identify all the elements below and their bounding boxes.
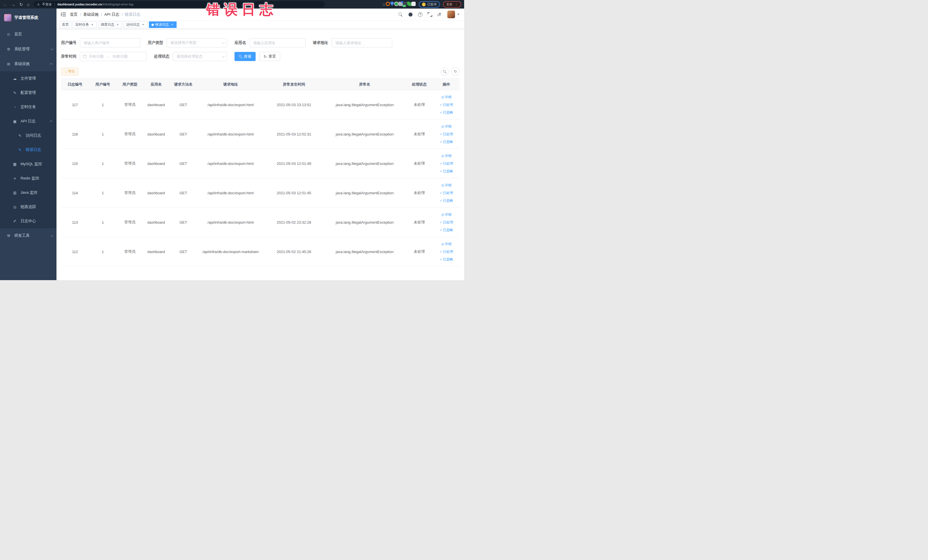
browser-back-button[interactable]: ← [3,2,7,6]
sidebar-collapse-icon[interactable] [61,12,66,16]
font-size-icon[interactable]: T [437,12,443,17]
sidebar-item-access-log[interactable]: ✎ 访问日志 [0,128,56,143]
cell-operations: ◎详细 ✓已处理 ✓已忽略 [433,208,459,237]
cell-exception-name: java.lang.IllegalArgumentException [324,178,405,208]
toggle-search-button[interactable] [441,67,449,76]
mark-ignored-link[interactable]: ✓已忽略 [433,168,459,175]
user-type-select[interactable]: 请选择用户类型 [166,38,227,47]
sidebar-item-trace[interactable]: ◎ 链路追踪 [0,200,56,214]
search-icon[interactable] [398,12,403,17]
browser-menu-icon[interactable]: ⋮ [455,2,458,6]
sidebar-item-job[interactable]: ◔ 定时任务 [0,100,56,114]
user-id-input[interactable] [80,38,140,47]
check-icon: ✓ [440,258,442,261]
cell-exception-name: java.lang.IllegalArgumentException [324,119,405,149]
sidebar-item-java[interactable]: ▥ Java 监控 [0,185,56,200]
mark-ignored-link[interactable]: ✓已忽略 [433,109,459,116]
breadcrumb-home[interactable]: 首页 [70,12,78,17]
cell-app-name: dashboard [143,178,169,208]
app-name-input[interactable] [250,38,305,47]
cell-method: GET [169,237,197,267]
cell-status: 未处理 [405,178,433,208]
sidebar-item-devtools[interactable]: ⚒ 研发工具 [0,228,56,243]
mark-ignored-link[interactable]: ✓已忽略 [433,138,459,146]
sidebar-item-api-log[interactable]: ▣ API 日志 [0,114,56,128]
detail-link[interactable]: ◎详细 [433,182,459,189]
user-avatar[interactable] [447,11,455,18]
tab[interactable]: 调度日志 × [98,21,122,28]
tab[interactable]: 首页 [60,21,71,28]
sidebar-item-mysql[interactable]: ▦ MySQL 监控 [0,157,56,171]
detail-link[interactable]: ◎详细 [433,152,459,160]
browser-home-button[interactable]: ⌂ [27,2,30,6]
extension-onoff-icon[interactable] [403,2,407,6]
eye-icon: ◎ [12,205,17,209]
mark-processed-link[interactable]: ✓已处理 [433,218,459,226]
browser-update-button[interactable]: 更新⋮ [443,1,461,8]
close-icon[interactable]: × [141,23,145,26]
refresh-table-button[interactable]: ↻ [451,67,459,76]
sidebar-item-log-center[interactable]: ✐ 日志中心 [0,214,56,228]
close-icon[interactable]: × [90,23,94,26]
reset-button[interactable]: ↻重置 [259,52,280,61]
date-range-picker[interactable]: 开始日期 - 结束日期 [80,52,147,61]
sidebar-item-system[interactable]: ⚙ 系统管理 [0,42,56,56]
header-actions: ?T [398,12,443,17]
help-icon[interactable]: ? [418,12,423,17]
extension-green-badge-icon[interactable] [394,2,398,6]
sidebar-item-redis[interactable]: ≡ Redis 监控 [0,171,56,185]
detail-link[interactable]: ◎详细 [433,123,459,130]
sidebar-item-file[interactable]: ☁ 文件管理 [0,71,56,85]
page-url: dashboard.yudao.iocoder.cn/infra/log/api… [57,3,133,6]
address-bar[interactable]: ⚠ 不安全 | dashboard.yudao.iocoder.cn/infra… [34,1,325,8]
detail-link[interactable]: ◎详细 [433,93,459,101]
paused-profile-badge[interactable]: 已暂停 [419,1,440,8]
user-menu-caret-icon[interactable] [457,14,459,15]
cell-method: GET [169,208,197,237]
active-dot-icon [151,24,154,26]
extension-orange-ring-icon[interactable] [386,2,390,6]
sidebar-item-home[interactable]: ⊙ 首页 [0,27,56,42]
detail-link[interactable]: ◎详细 [433,240,459,248]
request-url-input[interactable] [332,38,392,47]
browser-forward-button[interactable]: → [11,2,15,6]
extension-shield-icon[interactable] [390,2,394,6]
mark-processed-link[interactable]: ✓已处理 [433,130,459,138]
mark-processed-link[interactable]: ✓已处理 [433,248,459,256]
close-icon[interactable]: × [170,23,174,26]
browser-reload-button[interactable]: ↻ [20,2,23,6]
check-icon: ✓ [440,221,442,224]
cell-exception-name: java.lang.IllegalArgumentException [324,237,405,267]
mark-ignored-link[interactable]: ✓已忽略 [433,256,459,263]
app-logo[interactable]: 芋道管理系统 [0,9,56,27]
extension-grid-icon[interactable] [398,2,403,6]
check-icon: ✓ [440,250,442,253]
table-tools: ↻ [441,67,459,76]
cell-status: 未处理 [405,119,433,149]
detail-link[interactable]: ◎详细 [433,211,459,218]
mark-processed-link[interactable]: ✓已处理 [433,189,459,197]
breadcrumb-infra[interactable]: 基础设施 [83,12,99,17]
export-button[interactable]: ↓导出 [61,68,78,76]
extensions-puzzle-icon[interactable] [411,2,416,6]
toolbox-icon: ⚒ [6,233,11,238]
tab[interactable]: 定时任务 × [73,21,97,28]
bookmark-star-icon[interactable]: ☆ [382,3,386,6]
fullscreen-icon[interactable] [427,12,432,17]
mark-processed-link[interactable]: ✓已处理 [433,101,459,109]
close-icon[interactable]: × [116,23,119,26]
tab[interactable]: 访问日志 × [124,21,148,28]
search-button[interactable]: 搜索 [235,52,256,61]
sidebar-item-infra[interactable]: ⊞ 基础设施 [0,56,56,71]
sidebar-item-error-log[interactable]: ✎ 错误日志 [0,143,56,157]
status-select[interactable]: 请选择处理状态 [173,52,227,61]
extension-leaf-icon[interactable] [407,2,411,6]
github-icon[interactable] [408,12,413,17]
mark-ignored-link[interactable]: ✓已忽略 [433,197,459,204]
breadcrumb-api-log[interactable]: API 日志 [104,12,119,17]
cell-user-id: 1 [89,208,117,237]
mark-ignored-link[interactable]: ✓已忽略 [433,226,459,234]
mark-processed-link[interactable]: ✓已处理 [433,160,459,168]
sidebar-item-config[interactable]: ✎ 配置管理 [0,85,56,100]
tab[interactable]: 错误日志 × [149,21,177,28]
